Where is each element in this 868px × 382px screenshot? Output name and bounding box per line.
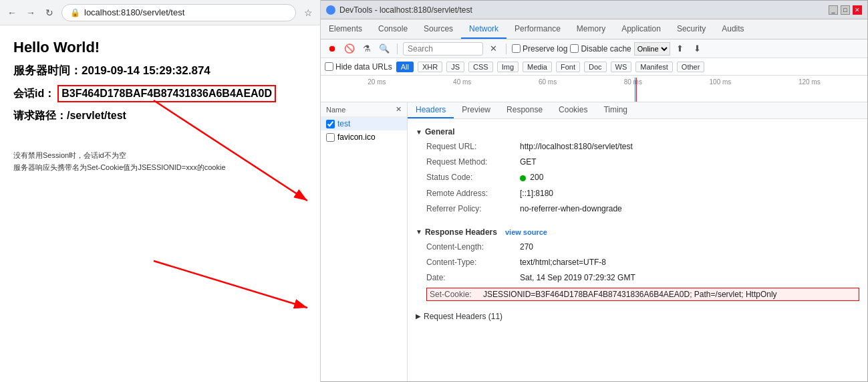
back-button[interactable]: ← [5, 6, 19, 19]
browser-page: ← → ↻ 🔒 localhost:8180/servlet/test ☆ He… [0, 0, 321, 382]
session-id-row: 会话id： B3F464D178BAF4B87431836A6B4AEA0D [13, 85, 307, 102]
filter-ws-btn[interactable]: WS [611, 62, 632, 72]
timeline-labels: 20 ms 40 ms 60 ms 80 ms 100 ms 120 ms [321, 78, 867, 86]
details-content: ▼ General Request URL: http://localhost:… [408, 119, 867, 337]
tab-application[interactable]: Application [613, 19, 669, 39]
status-code-row: Status Code: 200 [416, 170, 859, 185]
throttle-select[interactable]: Online [634, 42, 670, 56]
page-content: Hello World! 服务器时间：2019-09-14 15:29:32.8… [0, 25, 320, 382]
file-item-favicon[interactable]: favicon.ico [321, 130, 407, 144]
request-method-value: GET [520, 156, 537, 169]
session-id-label: 会话id： [13, 87, 55, 101]
devtools-titlebar: DevTools - localhost:8180/servlet/test _… [321, 1, 867, 19]
timeline-120ms: 120 ms [799, 78, 821, 86]
filter-js-btn[interactable]: JS [446, 62, 464, 72]
general-section-header[interactable]: ▼ General [416, 124, 859, 139]
content-length-row: Content-Length: 270 [416, 240, 859, 255]
annotation-text: 没有禁用Session时，会话id不为空 服务器响应头携带名为Set-Cooki… [13, 150, 307, 173]
search-icon-btn[interactable]: 🔍 [377, 41, 392, 56]
preserve-log-checkbox[interactable] [512, 44, 521, 53]
filter-css-btn[interactable]: CSS [468, 62, 493, 72]
set-cookie-key: Set-Cookie: [430, 290, 483, 299]
devtools-logo [326, 5, 335, 15]
request-url-key: Request URL: [426, 140, 520, 153]
filter-all-btn[interactable]: All [396, 62, 414, 72]
file-list-header: Name ✕ [321, 102, 407, 117]
details-tab-timing[interactable]: Timing [595, 102, 635, 118]
tab-sources[interactable]: Sources [416, 19, 461, 39]
file-list: Name ✕ test favicon.ico [321, 102, 408, 381]
date-key: Date: [426, 272, 520, 284]
set-cookie-row: Set-Cookie: JSESSIONID=B3F464D178BAF4B87… [426, 288, 859, 301]
hide-data-urls-checkbox[interactable] [325, 62, 333, 71]
tab-network[interactable]: Network [461, 19, 507, 39]
filter-xhr-btn[interactable]: XHR [418, 62, 442, 72]
devtools-main: Name ✕ test favicon.ico Headers Preview … [321, 102, 867, 381]
date-row: Date: Sat, 14 Sep 2019 07:29:32 GMT [416, 270, 859, 286]
preserve-log-label[interactable]: Preserve log [512, 44, 567, 54]
filter-img-btn[interactable]: Img [497, 62, 519, 72]
disable-cache-label[interactable]: Disable cache [570, 44, 631, 54]
maximize-button[interactable]: □ [841, 5, 850, 15]
export-button[interactable]: ⬇ [690, 41, 705, 56]
content-length-value: 270 [520, 241, 533, 254]
tab-memory[interactable]: Memory [569, 19, 613, 39]
bookmark-button[interactable]: ☆ [301, 6, 315, 19]
close-search-button[interactable]: ✕ [486, 41, 500, 56]
filter-icon-btn[interactable]: ⚗ [359, 41, 374, 56]
hide-data-urls-label[interactable]: Hide data URLs [325, 62, 392, 72]
lock-icon: 🔒 [70, 8, 80, 17]
reload-button[interactable]: ↻ [43, 6, 56, 19]
close-button[interactable]: ✕ [853, 5, 862, 15]
page-heading: Hello World! [13, 39, 307, 56]
details-panel: Headers Preview Response Cookies Timing … [408, 102, 867, 381]
request-headers-section: ▶ Request Headers (11) [416, 309, 859, 324]
timeline-60ms: 60 ms [539, 78, 557, 86]
forward-button[interactable]: → [24, 6, 37, 19]
tab-audits[interactable]: Audits [714, 19, 752, 39]
details-tab-headers[interactable]: Headers [408, 102, 454, 118]
preserve-log-text: Preserve log [523, 44, 567, 54]
details-tab-cookies[interactable]: Cookies [551, 102, 595, 118]
disable-cache-checkbox[interactable] [570, 44, 579, 53]
request-headers-header[interactable]: ▶ Request Headers (11) [416, 309, 859, 324]
record-button[interactable]: ⏺ [325, 41, 339, 56]
timeline-20ms: 20 ms [368, 78, 386, 86]
details-tab-response[interactable]: Response [498, 102, 551, 118]
filter-other-btn[interactable]: Other [677, 62, 705, 72]
remote-address-value: [::1]:8180 [520, 187, 553, 200]
filter-font-btn[interactable]: Font [556, 62, 580, 72]
referrer-policy-value: no-referrer-when-downgrade [520, 203, 622, 215]
url-bar[interactable]: 🔒 localhost:8180/servlet/test [61, 4, 296, 21]
set-cookie-value: JSESSIONID=B3F464D178BAF4B87431836A6B4AE… [483, 290, 777, 299]
tab-console[interactable]: Console [370, 19, 416, 39]
tab-security[interactable]: Security [669, 19, 714, 39]
timeline-marker-blue [635, 78, 635, 102]
search-input[interactable] [403, 42, 483, 56]
status-code-value: 200 [520, 171, 543, 184]
minimize-button[interactable]: _ [829, 5, 838, 15]
request-path: 请求路径：/servlet/test [13, 109, 307, 123]
tab-elements[interactable]: Elements [321, 19, 370, 39]
filter-media-btn[interactable]: Media [523, 62, 552, 72]
file-name-test: test [337, 119, 350, 128]
remote-address-row: Remote Address: [::1]:8180 [416, 186, 859, 201]
request-method-row: Request Method: GET [416, 155, 859, 170]
response-headers-header[interactable]: ▼ Response Headers view source [416, 225, 859, 240]
file-item-test[interactable]: test [321, 117, 407, 130]
clear-button[interactable]: 🚫 [342, 41, 357, 56]
content-type-key: Content-Type: [426, 256, 520, 269]
file-checkbox-favicon[interactable] [326, 133, 335, 142]
filter-bar: Hide data URLs All XHR JS CSS Img Media … [321, 58, 867, 76]
general-section: ▼ General Request URL: http://localhost:… [416, 124, 859, 217]
filter-doc-btn[interactable]: Doc [584, 62, 607, 72]
file-checkbox-test[interactable] [326, 120, 335, 128]
content-type-row: Content-Type: text/html;charset=UTF-8 [416, 255, 859, 270]
filter-manifest-btn[interactable]: Manifest [635, 62, 673, 72]
tab-performance[interactable]: Performance [507, 19, 569, 39]
view-source-link[interactable]: view source [505, 228, 547, 236]
details-tab-preview[interactable]: Preview [454, 102, 498, 118]
import-button[interactable]: ⬆ [673, 41, 688, 56]
timeline-marker-red [636, 78, 637, 102]
file-list-close-icon[interactable]: ✕ [396, 105, 402, 114]
